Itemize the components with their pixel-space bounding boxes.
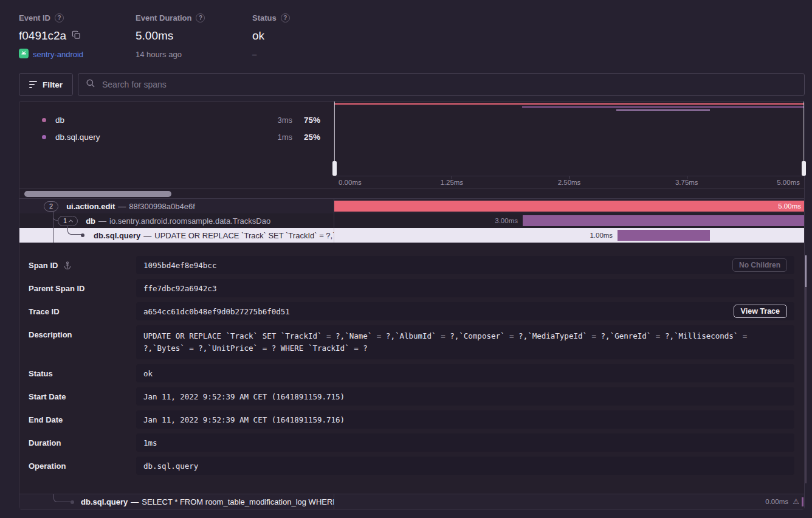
span-row-db-sql-query-selected[interactable]: db.sql.query — UPDATE OR REPLACE `Track`… bbox=[19, 228, 804, 243]
minimap-span bbox=[616, 109, 710, 111]
span-duration-label: 1.00ms bbox=[590, 228, 613, 243]
detail-row-start-date: Start Date Jan 11, 2022 9:52:39 AM CET (… bbox=[19, 387, 794, 406]
detail-row-trace-id: Trace ID a654cc61dc0b48ef9d0b27275b6f0d5… bbox=[19, 302, 794, 320]
detail-row-operation: Operation db.sql.query bbox=[19, 457, 794, 475]
time-axis: 0.00ms 1.25ms 2.50ms 3.75ms 5.00ms bbox=[334, 176, 804, 188]
search-icon bbox=[86, 78, 95, 91]
event-duration-value: 5.00ms bbox=[136, 29, 173, 43]
viewport-handle-right[interactable] bbox=[802, 161, 806, 176]
viewport-handle-left[interactable] bbox=[332, 161, 337, 176]
legend-item-db[interactable]: db 3ms 75% bbox=[42, 114, 320, 126]
minimap-span bbox=[522, 106, 804, 108]
span-detail-panel: Span ID 1095bd4ef8e94bcc No Children Par… bbox=[19, 243, 804, 494]
legend-item-db-sql-query[interactable]: db.sql.query 1ms 25% bbox=[42, 131, 320, 143]
span-duration-label: 5.00ms bbox=[778, 201, 801, 212]
project-link[interactable]: sentry-android bbox=[33, 50, 83, 59]
span-duration-label: 0.00ms bbox=[765, 494, 788, 509]
event-id-value: f0491c2a bbox=[19, 29, 66, 43]
axis-label: 2.50ms bbox=[558, 179, 581, 186]
span-row-root[interactable]: 2 ui.action.edit — 88f300998a0b4e6f 5.00… bbox=[19, 199, 804, 213]
status-label: Status bbox=[252, 13, 277, 22]
span-duration-value: 1ms bbox=[143, 438, 157, 447]
filter-button-label: Filter bbox=[43, 80, 63, 89]
help-icon[interactable]: ? bbox=[281, 13, 290, 22]
help-icon[interactable]: ? bbox=[196, 13, 205, 22]
help-icon[interactable]: ? bbox=[55, 13, 64, 22]
trace-minimap[interactable] bbox=[334, 102, 804, 176]
tree-scrollbar bbox=[19, 188, 804, 199]
no-children-badge: No Children bbox=[732, 258, 787, 272]
view-trace-button[interactable]: View Trace bbox=[734, 305, 787, 318]
span-row-select-query[interactable]: db.sql.query — SELECT * FROM room_table_… bbox=[19, 494, 804, 509]
description-value: UPDATE OR REPLACE `Track` SET `TrackId` … bbox=[143, 331, 747, 353]
op-name: db.sql.query bbox=[55, 133, 100, 142]
op-percent: 25% bbox=[292, 133, 320, 142]
span-status-value: ok bbox=[143, 369, 153, 378]
span-op: db.sql.query bbox=[81, 497, 128, 506]
copy-icon[interactable] bbox=[72, 29, 81, 43]
trace-id-value: a654cc61dc0b48ef9d0b27275b6f0d51 bbox=[143, 307, 290, 316]
minimap-span bbox=[334, 103, 804, 105]
tree-scrollbar-thumb[interactable] bbox=[24, 191, 171, 197]
op-duration: 1ms bbox=[266, 133, 292, 142]
children-count-pill[interactable]: 2 bbox=[44, 201, 58, 212]
detail-row-parent-span-id: Parent Span ID ffe7dbc92a6942c3 bbox=[19, 279, 794, 297]
op-percent: 75% bbox=[292, 116, 320, 125]
axis-label: 0.00ms bbox=[339, 179, 362, 186]
end-date-value: Jan 11, 2022 9:52:39 AM CET (1641891159.… bbox=[143, 415, 345, 424]
filter-button[interactable]: Filter bbox=[19, 73, 73, 96]
span-search bbox=[78, 73, 805, 96]
detail-scrollbar-thumb[interactable] bbox=[805, 255, 807, 287]
event-duration-label: Event Duration bbox=[136, 13, 191, 22]
span-bar[interactable] bbox=[523, 215, 804, 226]
op-color-dot bbox=[42, 135, 46, 139]
search-input[interactable] bbox=[101, 79, 797, 90]
sentry-event-page: { "colors": { "red": "#ea6577", "purple"… bbox=[0, 0, 812, 518]
span-bar[interactable] bbox=[334, 201, 804, 212]
op-color-dot bbox=[42, 118, 46, 122]
operation-value: db.sql.query bbox=[143, 461, 198, 471]
status-sub: – bbox=[252, 50, 256, 59]
detail-row-description: Description UPDATE OR REPLACE `Track` SE… bbox=[19, 325, 794, 359]
detail-scrollbar-track[interactable] bbox=[805, 255, 807, 483]
start-date-value: Jan 11, 2022 9:52:39 AM CET (1641891159.… bbox=[143, 392, 345, 401]
android-icon bbox=[19, 49, 29, 60]
span-op: ui.action.edit bbox=[66, 202, 115, 211]
span-bar bbox=[802, 497, 803, 506]
children-count-pill[interactable]: 1 bbox=[58, 216, 78, 226]
span-desc: UPDATE OR REPLACE `Track` SET `TrackId` … bbox=[154, 231, 334, 240]
span-bar[interactable] bbox=[618, 230, 710, 241]
chevron-up-icon bbox=[69, 219, 73, 224]
span-desc: SELECT * FROM room_table_modification_lo… bbox=[142, 497, 334, 506]
span-op: db bbox=[86, 216, 95, 226]
trace-view: db 3ms 75% db.sql.query 1ms 25% 0.00ms 1… bbox=[19, 101, 805, 509]
axis-label: 1.25ms bbox=[440, 179, 463, 186]
op-duration: 3ms bbox=[266, 116, 292, 125]
op-name: db bbox=[55, 116, 64, 125]
span-duration-label: 3.00ms bbox=[495, 213, 518, 228]
parent-span-id-value: ffe7dbc92a6942c3 bbox=[143, 284, 216, 293]
span-id-value: 1095bd4ef8e94bcc bbox=[143, 261, 216, 270]
status-value: ok bbox=[252, 29, 264, 43]
detail-row-status: Status ok bbox=[19, 364, 794, 382]
detail-row-end-date: End Date Jan 11, 2022 9:52:39 AM CET (16… bbox=[19, 410, 794, 429]
axis-label: 5.00ms bbox=[777, 179, 800, 186]
warning-icon: ⚠ bbox=[793, 494, 799, 509]
event-age: 14 hours ago bbox=[136, 50, 182, 59]
event-duration-column: Event Duration ? 5.00ms 14 hours ago bbox=[136, 12, 205, 60]
span-tree: 2 ui.action.edit — 88f300998a0b4e6f 5.00… bbox=[19, 199, 804, 243]
span-desc: io.sentry.android.roomsample.data.Tracks… bbox=[109, 216, 270, 226]
span-row-db[interactable]: 1 db — io.sentry.android.roomsample.data… bbox=[19, 213, 804, 228]
detail-row-duration: Duration 1ms bbox=[19, 433, 794, 452]
filter-icon bbox=[29, 81, 37, 88]
span-op: db.sql.query bbox=[94, 231, 140, 240]
ops-breakdown-panel: db 3ms 75% db.sql.query 1ms 25% bbox=[19, 102, 334, 176]
status-column: Status ? ok – bbox=[252, 12, 290, 60]
detail-row-span-id: Span ID 1095bd4ef8e94bcc No Children bbox=[19, 256, 794, 274]
event-id-column: Event ID ? f0491c2a sentry-android bbox=[19, 12, 83, 60]
axis-label: 3.75ms bbox=[675, 179, 698, 186]
anchor-icon[interactable] bbox=[63, 261, 72, 270]
event-id-label: Event ID bbox=[19, 13, 50, 22]
span-desc: 88f300998a0b4e6f bbox=[129, 202, 194, 211]
